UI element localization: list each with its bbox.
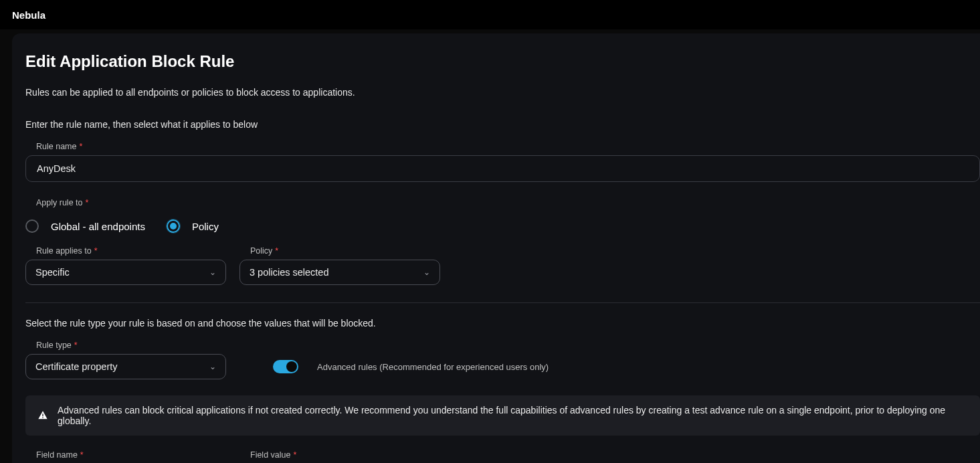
rule-type-row: Certificate property ⌄ Advanced rules (R… — [25, 354, 980, 379]
page-description: Rules can be applied to all endpoints or… — [25, 87, 980, 98]
instruction-2: Select the rule type your rule is based … — [25, 318, 980, 329]
radio-policy[interactable]: Policy — [167, 219, 219, 233]
policy-label: Policy* — [250, 246, 440, 256]
chevron-down-icon: ⌄ — [209, 362, 216, 371]
advanced-rules-label: Advanced rules (Recommended for experien… — [317, 362, 549, 372]
divider — [25, 302, 980, 303]
radio-global[interactable]: Global - all endpoints — [25, 219, 145, 233]
radio-circle-policy[interactable] — [167, 219, 180, 233]
field-row: Field name* Organization name ⌄ Field va… — [25, 450, 980, 463]
chevron-down-icon: ⌄ — [423, 268, 430, 277]
warning-text: Advanced rules can block critical applic… — [58, 405, 968, 426]
page-title: Edit Application Block Rule — [25, 52, 980, 71]
apply-rule-to-label: Apply rule to* — [36, 198, 88, 207]
svg-rect-0 — [42, 413, 43, 416]
applies-policy-row: Rule applies to* Specific ⌄ Policy* 3 po… — [25, 246, 980, 285]
rule-type-select[interactable]: Certificate property ⌄ — [25, 354, 226, 379]
chevron-down-icon: ⌄ — [209, 268, 216, 277]
apply-rule-to-radios: Global - all endpoints Policy — [25, 219, 980, 233]
rule-applies-to-label: Rule applies to* — [36, 246, 226, 256]
advanced-rules-toggle[interactable] — [273, 360, 298, 373]
warning-icon — [37, 410, 48, 421]
main-panel: Edit Application Block Rule Rules can be… — [12, 33, 980, 463]
rule-name-input[interactable] — [25, 155, 980, 182]
field-name-label: Field name* — [36, 450, 226, 460]
brand-name: Nebula — [12, 9, 45, 21]
rule-type-label: Rule type* — [36, 341, 78, 350]
required-asterisk: * — [79, 142, 82, 151]
toggle-knob — [286, 361, 297, 372]
rule-name-label: Rule name* — [36, 142, 82, 151]
instruction-1: Enter the rule name, then select what it… — [25, 119, 980, 130]
topbar: Nebula — [0, 0, 980, 29]
policy-select[interactable]: 3 policies selected ⌄ — [239, 260, 440, 285]
svg-rect-1 — [42, 418, 43, 418]
warning-banner: Advanced rules can block critical applic… — [25, 395, 980, 436]
radio-circle-global[interactable] — [25, 219, 39, 233]
field-value-label: Field value* — [250, 450, 440, 460]
rule-applies-to-select[interactable]: Specific ⌄ — [25, 260, 226, 285]
